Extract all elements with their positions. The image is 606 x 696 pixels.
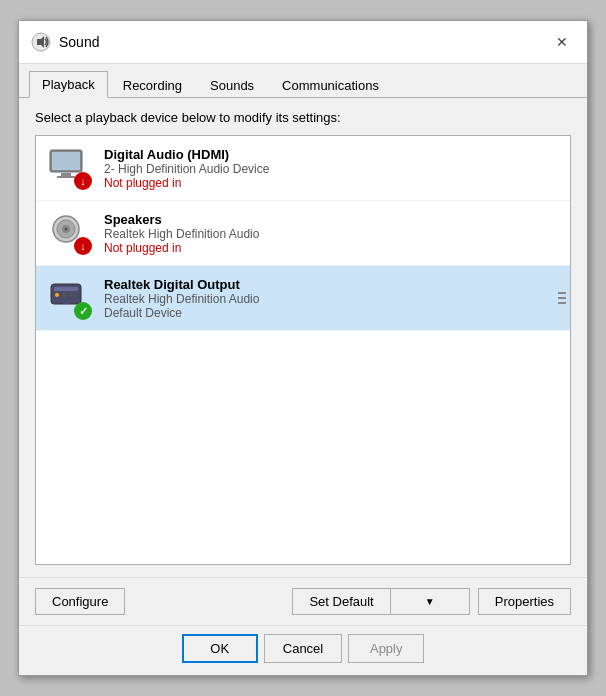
set-default-group: Set Default ▼ — [292, 588, 469, 615]
sound-title-icon — [31, 32, 51, 52]
device-status-hdmi: Not plugged in — [104, 176, 558, 190]
device-list[interactable]: ↓ Digital Audio (HDMI) 2- High Definitio… — [35, 135, 571, 565]
device-name-hdmi: Digital Audio (HDMI) — [104, 147, 558, 162]
status-icon-not-plugged-1: ↓ — [74, 172, 92, 190]
apply-button[interactable]: Apply — [348, 634, 424, 663]
sound-dialog: Sound ✕ Playback Recording Sounds Commun… — [18, 20, 588, 676]
status-icon-default: ✓ — [74, 302, 92, 320]
device-item-realtek[interactable]: ✓ Realtek Digital Output Realtek High De… — [36, 266, 570, 331]
close-button[interactable]: ✕ — [549, 29, 575, 55]
svg-rect-11 — [54, 287, 78, 291]
title-bar: Sound ✕ — [19, 21, 587, 64]
tab-playback[interactable]: Playback — [29, 71, 108, 98]
configure-button[interactable]: Configure — [35, 588, 125, 615]
device-driver-realtek: Realtek High Definition Audio — [104, 292, 558, 306]
device-icon-realtek: ✓ — [48, 276, 92, 320]
svg-point-9 — [65, 228, 68, 231]
device-icon-hdmi: ↓ — [48, 146, 92, 190]
svg-point-13 — [62, 293, 66, 297]
device-driver-hdmi: 2- High Definition Audio Device — [104, 162, 558, 176]
dialog-body: Select a playback device below to modify… — [19, 98, 587, 577]
properties-button[interactable]: Properties — [478, 588, 571, 615]
tab-sounds[interactable]: Sounds — [197, 71, 267, 98]
device-icon-speakers: ↓ — [48, 211, 92, 255]
tab-communications[interactable]: Communications — [269, 71, 392, 98]
device-info-hdmi: Digital Audio (HDMI) 2- High Definition … — [104, 147, 558, 190]
set-default-dropdown[interactable]: ▼ — [390, 588, 470, 615]
dialog-title: Sound — [59, 34, 99, 50]
ok-button[interactable]: OK — [182, 634, 258, 663]
scrollbar-indicator — [558, 292, 566, 304]
device-driver-speakers: Realtek High Definition Audio — [104, 227, 558, 241]
device-status-speakers: Not plugged in — [104, 241, 558, 255]
device-name-speakers: Speakers — [104, 212, 558, 227]
title-bar-left: Sound — [31, 32, 99, 52]
svg-point-14 — [69, 293, 73, 297]
tab-recording[interactable]: Recording — [110, 71, 195, 98]
svg-point-12 — [55, 293, 59, 297]
device-status-realtek: Default Device — [104, 306, 558, 320]
cancel-button[interactable]: Cancel — [264, 634, 342, 663]
device-info-realtek: Realtek Digital Output Realtek High Defi… — [104, 277, 558, 320]
svg-rect-5 — [57, 176, 75, 178]
svg-rect-15 — [62, 301, 70, 304]
dialog-footer: Configure Set Default ▼ Properties — [19, 577, 587, 625]
dialog-actions: OK Cancel Apply — [19, 625, 587, 675]
device-name-realtek: Realtek Digital Output — [104, 277, 558, 292]
tabs-row: Playback Recording Sounds Communications — [19, 64, 587, 98]
device-info-speakers: Speakers Realtek High Definition Audio N… — [104, 212, 558, 255]
set-default-button[interactable]: Set Default — [292, 588, 389, 615]
status-icon-not-plugged-2: ↓ — [74, 237, 92, 255]
device-item-speakers[interactable]: ↓ Speakers Realtek High Definition Audio… — [36, 201, 570, 266]
device-item-hdmi[interactable]: ↓ Digital Audio (HDMI) 2- High Definitio… — [36, 136, 570, 201]
svg-rect-4 — [61, 173, 71, 176]
svg-rect-3 — [52, 152, 80, 170]
instruction-text: Select a playback device below to modify… — [35, 110, 571, 125]
